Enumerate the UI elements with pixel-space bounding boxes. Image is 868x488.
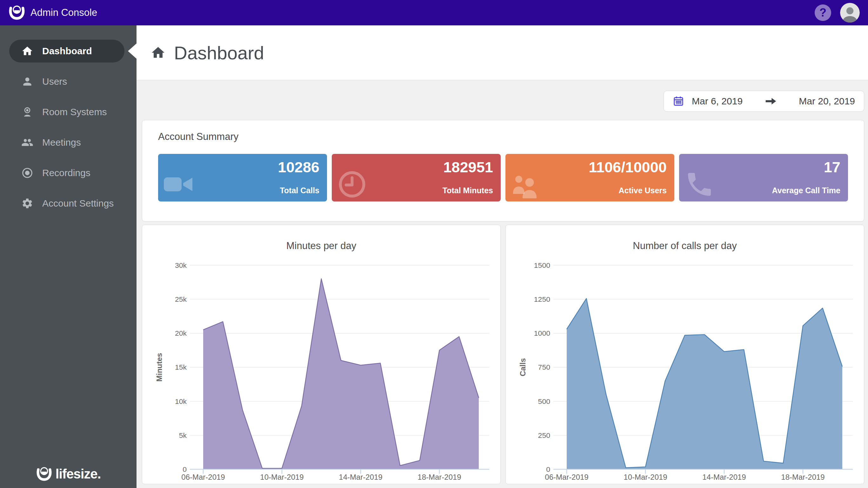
y-tick-label: 10k [175,397,187,405]
y-tick-label: 0 [546,465,550,474]
sidebar-item-recordings[interactable]: Recordings [9,162,124,184]
admin-console-app: Admin Console ? Dashboard [0,0,868,488]
lifesize-logo: lifesize. [0,466,136,482]
stat-value: 182951 [443,158,493,176]
y-tick-label: 1250 [534,295,550,303]
stat-value: 1106/10000 [589,158,667,176]
main-content: Dashboard Mar 6, [136,25,868,488]
help-button[interactable]: ? [815,4,831,21]
recordings-icon [21,167,33,179]
y-axis-title: Calls [519,358,527,376]
account-summary-heading: Account Summary [158,131,848,142]
minutes-per-day-chart: 05k10k15k20k25k30kMinutes06-Mar-201910-M… [142,225,500,484]
video-camera-icon [163,169,194,200]
stat-card-total-minutes: 182951 Total Minutes [332,154,501,201]
y-axis-title: Minutes [155,353,163,381]
home-icon [151,45,166,60]
sidebar-item-room-systems[interactable]: Room Systems [9,101,124,123]
stat-value: 17 [824,158,840,176]
chart-card-minutes-per-day: Minutes per day 05k10k15k20k25k30kMinute… [142,225,501,484]
page-title-bar: Dashboard [136,25,868,80]
x-tick-label: 10-Mar-2019 [260,473,304,481]
y-tick-label: 500 [538,397,550,405]
sidebar-item-meetings[interactable]: Meetings [9,131,124,154]
clock-icon [337,169,367,200]
sidebar-item-account-settings[interactable]: Account Settings [9,192,124,215]
stat-label: Total Minutes [442,186,493,195]
user-avatar[interactable] [840,3,860,23]
date-range-picker[interactable]: Mar 6, 2019 Mar 20, 2019 [663,91,864,112]
y-tick-label: 20k [175,329,187,337]
y-tick-label: 250 [538,431,550,440]
sidebar-item-label: Room Systems [42,107,107,118]
lifesize-logo-icon [36,466,52,482]
area-series [203,279,479,469]
active-item-pointer [128,43,136,59]
sidebar-item-dashboard[interactable]: Dashboard [9,40,124,63]
stat-label: Total Calls [280,186,319,195]
x-tick-label: 14-Mar-2019 [702,473,746,481]
x-tick-label: 06-Mar-2019 [181,473,225,481]
user-icon [21,75,33,88]
sidebar-nav: Dashboard Users Room Systems [0,25,136,488]
avatar-person-icon [840,3,860,23]
y-tick-label: 1500 [534,261,550,269]
charts-row: Minutes per day 05k10k15k20k25k30kMinute… [142,225,864,484]
arrow-right-icon [765,97,777,106]
calendar-icon [673,96,684,107]
chart-card-calls-per-day: Number of calls per day 0250500750100012… [505,225,864,484]
room-system-icon [21,106,33,118]
sidebar-item-label: Meetings [42,137,81,148]
stat-card-average-call-time: 17 Average Call Time [679,154,848,201]
calls-per-day-chart: 0250500750100012501500Calls06-Mar-201910… [506,225,864,484]
stat-card-active-users: 1106/10000 Active Users [505,154,674,201]
stat-card-total-calls: 10286 Total Calls [158,154,327,201]
date-picker-row: Mar 6, 2019 Mar 20, 2019 [142,80,864,112]
sidebar-item-users[interactable]: Users [9,70,124,93]
stat-cards-row: 10286 Total Calls 182951 Total Minutes [158,154,848,201]
lifesize-wordmark: lifesize. [56,466,101,482]
x-tick-label: 14-Mar-2019 [339,473,382,481]
area-series [567,299,842,469]
x-tick-label: 10-Mar-2019 [623,473,667,481]
page-title: Dashboard [174,42,264,63]
phone-icon [684,169,715,200]
end-date: Mar 20, 2019 [799,96,855,107]
question-mark-icon: ? [819,6,827,19]
sidebar-nav-list: Dashboard Users Room Systems [0,25,136,215]
app-title: Admin Console [30,7,97,19]
home-icon [21,45,33,57]
stat-label: Average Call Time [772,186,840,195]
y-tick-label: 30k [175,261,187,269]
x-tick-label: 18-Mar-2019 [781,473,825,481]
account-summary-panel: Account Summary 10286 Total Calls [142,120,864,222]
x-tick-label: 06-Mar-2019 [545,473,588,481]
settings-gear-icon [21,197,33,209]
meetings-icon [21,136,33,149]
y-tick-label: 1000 [534,329,550,337]
y-tick-label: 0 [183,465,187,474]
sidebar-item-label: Account Settings [42,198,114,209]
x-tick-label: 18-Mar-2019 [417,473,461,481]
sidebar-item-label: Dashboard [42,46,92,57]
dashboard-content: Mar 6, 2019 Mar 20, 2019 Account Summary [136,80,868,484]
stat-label: Active Users [619,186,667,195]
lifesize-logo-icon [8,4,25,21]
stat-value: 10286 [278,158,319,176]
y-tick-label: 25k [175,295,187,303]
top-header-bar: Admin Console ? [0,0,868,25]
start-date: Mar 6, 2019 [692,96,743,107]
sidebar-item-label: Recordings [42,167,91,178]
y-tick-label: 15k [175,363,187,371]
people-icon [510,169,541,200]
y-tick-label: 750 [538,363,550,371]
sidebar-item-label: Users [42,76,67,87]
y-tick-label: 5k [179,431,187,440]
